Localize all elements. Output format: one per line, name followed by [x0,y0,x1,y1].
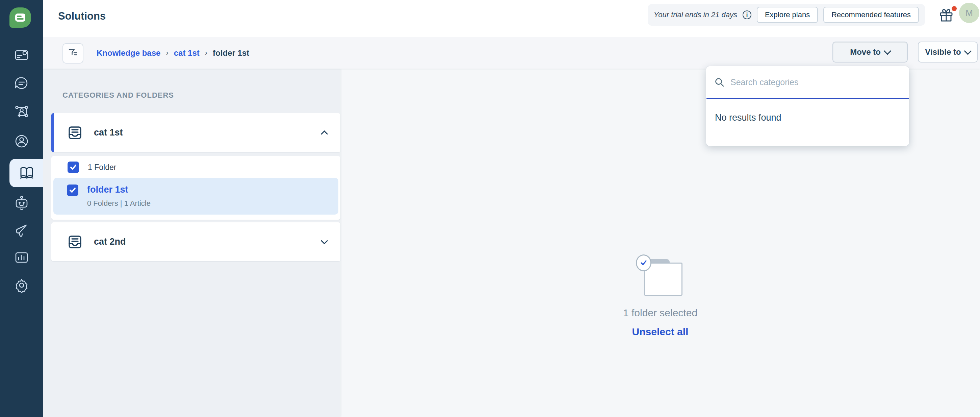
filter-icon [68,48,78,59]
folder-count-row: 1 Folder [52,161,339,178]
knowledge-base-nav-active[interactable] [10,159,43,187]
chevron-down-icon [884,47,891,55]
unselect-all-link[interactable]: Unselect all [623,326,697,337]
filter-button[interactable] [62,43,83,64]
bots-icon[interactable] [14,195,29,210]
user-avatar[interactable]: M [959,3,979,23]
panel-heading: CATEGORIES AND FOLDERS [62,91,174,100]
check-badge-icon [636,254,651,272]
folder-row-folder-1st[interactable]: folder 1st 0 Folders | 1 Article [53,178,338,214]
trial-banner: Your trial ends in 21 days i Explore pla… [648,4,925,26]
solutions-app: Solutions Your trial ends in 21 days i E… [0,0,980,417]
folder-select-checkbox[interactable] [67,184,78,196]
breadcrumb-current: folder 1st [213,48,249,58]
breadcrumb: Knowledge base › cat 1st › folder 1st [97,37,249,69]
contacts-journey-icon[interactable] [14,104,29,119]
selected-count-text: 1 folder selected [623,307,697,319]
book-icon [19,166,35,181]
folder-name-link[interactable]: folder 1st [87,184,151,195]
check-icon [70,164,76,171]
check-icon [69,187,76,193]
folder-selected-illustration [638,258,682,296]
folders-card: 1 Folder folder 1st 0 Folders | 1 Articl… [51,156,340,220]
chevron-down-icon [964,47,972,55]
visible-to-button[interactable]: Visible to [918,42,978,62]
chevron-up-icon[interactable] [321,131,328,137]
category-card-cat-1st: cat 1st [51,113,340,152]
move-to-button[interactable]: Move to [832,42,908,62]
breadcrumb-knowledge-base[interactable]: Knowledge base [97,48,161,58]
category-row-cat-1st[interactable]: cat 1st [51,113,340,152]
category-card-cat-2nd: cat 2nd [51,222,340,261]
category-icon [68,126,83,140]
folder-meta: 0 Folders | 1 Article [87,199,151,208]
tickets-icon[interactable] [14,47,29,62]
no-results-text: No results found [706,99,909,136]
app-sidebar [0,0,43,417]
chevron-down-icon[interactable] [321,237,328,244]
settings-icon[interactable] [14,278,29,292]
breadcrumb-separator: › [205,49,207,58]
customers-icon[interactable] [14,134,29,149]
page-title: Solutions [58,10,106,22]
page-header: Solutions Your trial ends in 21 days i E… [43,0,980,37]
select-all-checkbox[interactable] [68,161,79,173]
move-to-label: Move to [850,47,881,57]
category-search-input[interactable] [730,77,901,87]
breadcrumb-separator: › [166,49,168,58]
whats-new-gift-icon[interactable] [939,8,956,24]
categories-panel: CATEGORIES AND FOLDERS cat 1st 1 Fo [43,69,340,417]
trial-text: Your trial ends in 21 days [654,11,737,19]
move-to-dropdown: No results found [706,66,909,146]
search-icon [714,77,724,87]
recommended-features-button[interactable]: Recommended features [823,7,919,23]
info-icon[interactable]: i [743,11,751,19]
category-name: cat 2nd [94,236,322,247]
selection-summary: 1 folder selected Unselect all [623,258,697,337]
visible-to-label: Visible to [925,47,961,57]
campaigns-icon[interactable] [14,223,29,238]
folder-count-label: 1 Folder [88,163,116,172]
category-icon [68,235,83,249]
category-row-cat-2nd[interactable]: cat 2nd [51,222,340,261]
category-name: cat 1st [94,128,322,138]
breadcrumb-toolbar: Knowledge base › cat 1st › folder 1st Mo… [43,37,980,69]
category-search-row [706,66,909,98]
explore-plans-button[interactable]: Explore plans [757,7,818,23]
conversations-icon[interactable] [14,76,29,91]
analytics-icon[interactable] [14,250,29,265]
notification-dot [951,6,957,11]
freshworks-logo-icon[interactable] [10,8,31,28]
breadcrumb-category[interactable]: cat 1st [174,48,200,58]
